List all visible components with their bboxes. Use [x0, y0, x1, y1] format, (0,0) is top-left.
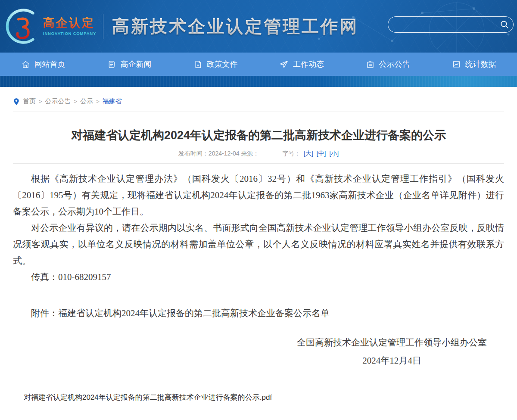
- policy-doc-icon: [193, 60, 202, 69]
- breadcrumb-public[interactable]: 公示: [80, 97, 93, 106]
- source-label: 来源：: [241, 150, 259, 157]
- nav-item-announcements[interactable]: 公示公告: [345, 53, 431, 76]
- content-area: 首页 > 公示公告 > 公示 > 福建省 对福建省认定机构2024年认定报备的第…: [0, 87, 517, 420]
- search-icon: [499, 19, 510, 30]
- fontsize-label: 字号：: [282, 150, 300, 157]
- stats-chart-icon: [452, 60, 461, 69]
- fontsize-small-button[interactable]: [小]: [329, 150, 339, 157]
- pdf-attachment-link[interactable]: 对福建省认定机构2024年认定报备的第二批高新技术企业进行备案的公示.pdf: [24, 389, 272, 406]
- paper-plane-icon: [279, 59, 289, 69]
- header-bottom-strip: [0, 76, 517, 87]
- signature-block: 全国高新技术企业认定管理工作领导小组办公室 2024年12月4日: [297, 333, 487, 370]
- breadcrumb-separator: >: [96, 98, 100, 105]
- search-box[interactable]: [388, 16, 514, 33]
- innovation-logo-mark: [5, 8, 42, 45]
- nav-item-policy[interactable]: 政策文件: [172, 53, 258, 76]
- attachment-line: 附件：福建省认定机构2024年认定报备的第二批高新技术企业备案公示名单: [13, 305, 504, 321]
- nav-item-label: 公示公告: [379, 59, 410, 69]
- publish-date: 2024-12-04: [209, 150, 240, 157]
- site-header: 高企认定 INNOVATION COMPANY 高新技术企业认定管理工作网: [0, 0, 517, 53]
- nav-item-label: 高企新闻: [121, 59, 152, 69]
- signature-office: 全国高新技术企业认定管理工作领导小组办公室: [297, 333, 487, 352]
- site-title: 高新技术企业认定管理工作网: [112, 15, 358, 38]
- announcement-board-icon: [366, 60, 375, 69]
- spacer: [13, 285, 504, 302]
- home-icon: [21, 60, 30, 69]
- paragraph: 对公示企业有异议的，请在公示期内以实名、书面形式向全国高新技术企业认定管理工作领…: [13, 220, 504, 269]
- publish-time-label: 发布时间：: [178, 150, 209, 157]
- nav-item-news[interactable]: 高企新闻: [86, 53, 172, 76]
- search-button[interactable]: [496, 17, 513, 32]
- news-icon: [107, 60, 116, 69]
- logo-title: 高企认定: [43, 17, 96, 30]
- nav-item-home[interactable]: 网站首页: [0, 53, 86, 76]
- article-meta: 发布时间：2024-12-04 来源： 字号： [大] [中] [小]: [13, 150, 504, 158]
- nav-item-label: 统计数据: [465, 59, 496, 69]
- breadcrumb-home[interactable]: 首页: [23, 97, 36, 106]
- nav-item-updates[interactable]: 工作动态: [258, 53, 345, 76]
- site-logo[interactable]: 高企认定 INNOVATION COMPANY: [5, 8, 96, 45]
- nav-item-label: 工作动态: [293, 59, 324, 69]
- breadcrumb-separator: >: [74, 98, 78, 105]
- nav-item-label: 网站首页: [34, 59, 65, 69]
- signature-date: 2024年12月4日: [297, 352, 487, 370]
- fax-line: 传真：010-68209157: [13, 269, 504, 285]
- header-divider: [103, 14, 103, 39]
- article-body: 根据《高新技术企业认定管理办法》（国科发火〔2016〕32号）和《高新技术企业认…: [13, 171, 504, 406]
- breadcrumb-separator: >: [39, 98, 42, 105]
- divider: [13, 112, 504, 112]
- location-pin-icon: [13, 98, 20, 106]
- paragraph: 根据《高新技术企业认定管理办法》（国科发火〔2016〕32号）和《高新技术企业认…: [13, 171, 504, 220]
- breadcrumb: 首页 > 公示公告 > 公示 > 福建省: [13, 87, 504, 106]
- nav-item-statistics[interactable]: 统计数据: [431, 53, 517, 76]
- search-input[interactable]: [388, 17, 496, 32]
- breadcrumb-current-fujian[interactable]: 福建省: [103, 97, 122, 106]
- logo-subtitle: INNOVATION COMPANY: [43, 31, 96, 36]
- main-nav: 网站首页 高企新闻 政策文件 工作动态 公示公告: [0, 53, 517, 76]
- article-title: 对福建省认定机构2024年认定报备的第二批高新技术企业进行备案的公示: [13, 128, 504, 143]
- divider: [13, 163, 504, 164]
- nav-item-label: 政策文件: [207, 59, 238, 69]
- breadcrumb-announcements[interactable]: 公示公告: [45, 97, 71, 106]
- fontsize-medium-button[interactable]: [中]: [317, 150, 326, 157]
- fontsize-large-button[interactable]: [大]: [304, 150, 313, 157]
